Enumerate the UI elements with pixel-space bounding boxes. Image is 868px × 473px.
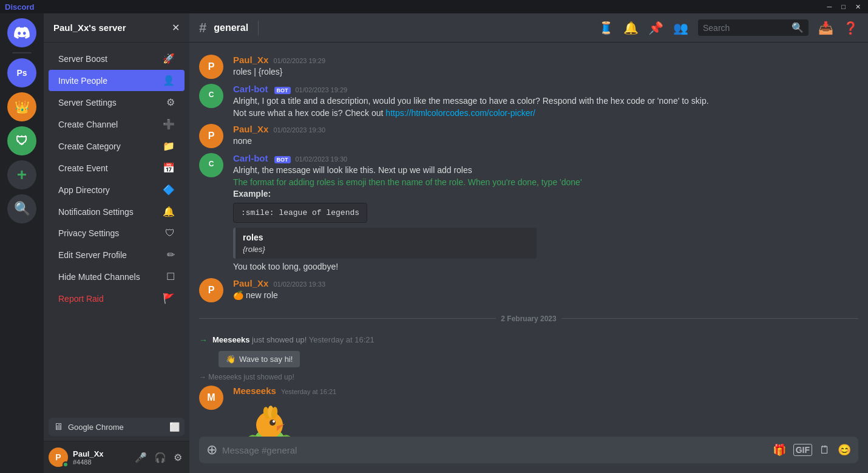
app-directory-icon: 🔷 bbox=[163, 184, 175, 196]
members-icon[interactable]: 👥 bbox=[673, 21, 688, 35]
color-picker-link[interactable]: https://htmlcolorcodes.com/color-picker/ bbox=[385, 108, 535, 118]
menu-item-create-channel[interactable]: Create Channel ➕ bbox=[49, 114, 185, 135]
app-logo: Discord bbox=[5, 2, 34, 12]
svg-point-6 bbox=[270, 420, 276, 426]
message-text-2: Not sure what a hex code is? Check out h… bbox=[233, 107, 858, 120]
search-input[interactable] bbox=[703, 23, 788, 33]
input-actions: 🎁 GIF 🗒 😊 bbox=[773, 443, 851, 457]
server-icon-orange[interactable]: 👑 bbox=[7, 92, 36, 121]
create-category-icon: 📁 bbox=[163, 140, 175, 152]
server-icon-discord[interactable] bbox=[7, 18, 36, 47]
embed-title: roles bbox=[243, 233, 529, 242]
message-avatar: P bbox=[199, 278, 223, 302]
gif-icon[interactable]: GIF bbox=[793, 444, 812, 456]
message-header: Paul_Xx 01/02/2023 19:30 bbox=[233, 124, 858, 134]
message-header: Paul_Xx 01/02/2023 19:33 bbox=[233, 278, 858, 288]
server-icon-green[interactable]: 🛡 bbox=[7, 126, 36, 155]
message-header: Paul_Xx 01/02/2023 19:29 bbox=[233, 55, 858, 65]
system-arrow-icon: → bbox=[199, 335, 208, 345]
messages-container: P Paul_Xx 01/02/2023 19:29 roles | {role… bbox=[189, 43, 868, 437]
menu-item-privacy-settings[interactable]: Privacy Settings 🛡 bbox=[49, 223, 185, 243]
header-actions: 🧵 🔔 📌 👥 🔍 📥 ❓ bbox=[598, 19, 858, 36]
add-file-button[interactable]: ⊕ bbox=[206, 442, 217, 458]
menu-item-notification-settings[interactable]: Notification Settings 🔔 bbox=[49, 201, 185, 222]
message-row: C Carl-bot BOT 01/02/2023 19:30 Alright,… bbox=[189, 151, 868, 275]
menu-item-edit-server-profile[interactable]: Edit Server Profile ✏ bbox=[49, 244, 185, 265]
server-boost-icon: 🚀 bbox=[163, 53, 175, 64]
create-event-icon: 📅 bbox=[163, 162, 175, 174]
menu-item-create-event[interactable]: Create Event 📅 bbox=[49, 157, 185, 179]
message-content: Carl-bot BOT 01/02/2023 19:30 Alright, t… bbox=[233, 153, 858, 273]
embed: roles {roles} bbox=[233, 228, 537, 259]
bot-badge: BOT bbox=[274, 87, 291, 94]
menu-item-label: Create Channel bbox=[58, 120, 118, 129]
server-list: Ps 👑 🛡 + 🔍 bbox=[0, 13, 44, 473]
message-time: 01/02/2023 19:30 bbox=[296, 155, 348, 163]
message-text: Alright, I got a title and a description… bbox=[233, 95, 858, 107]
menu-item-invite-people[interactable]: Invite People 👤 bbox=[49, 70, 185, 91]
embed-footer-text: You took too long, goodbye! bbox=[233, 261, 858, 273]
server-name: Paul_Xx's server bbox=[53, 22, 126, 33]
server-icon-ps[interactable]: Ps bbox=[7, 58, 36, 87]
message-author: Carl-bot bbox=[233, 153, 268, 163]
wave-button[interactable]: 👋 Wave to say hi! bbox=[219, 351, 300, 367]
close-server-header-icon[interactable]: ✕ bbox=[172, 22, 180, 33]
message-avatar: C bbox=[199, 84, 223, 108]
system-message-text: Meeseeks just showed up! Yesterday at 16… bbox=[212, 335, 375, 344]
user-actions: 🎤 🎧 ⚙ bbox=[132, 449, 185, 466]
mute-button[interactable]: 🎤 bbox=[132, 449, 149, 466]
hide-muted-icon: ☐ bbox=[166, 271, 175, 282]
message-content: Paul_Xx 01/02/2023 19:30 none bbox=[233, 124, 858, 148]
bird-image bbox=[233, 400, 858, 437]
titlebar-left: Discord bbox=[5, 2, 34, 12]
sticker-icon[interactable]: 🗒 bbox=[819, 444, 830, 457]
message-input[interactable] bbox=[222, 439, 768, 461]
wave-emoji: 👋 bbox=[226, 355, 236, 364]
close-button[interactable]: ✕ bbox=[853, 3, 863, 11]
pin-icon[interactable]: 📌 bbox=[648, 21, 663, 35]
message-avatar: P bbox=[199, 55, 223, 79]
user-settings-button[interactable]: ⚙ bbox=[171, 449, 185, 466]
user-name: Paul_Xx bbox=[73, 449, 127, 458]
menu-item-label: Notification Settings bbox=[58, 207, 134, 217]
message-time: 01/02/2023 19:33 bbox=[273, 281, 325, 288]
deafen-button[interactable]: 🎧 bbox=[152, 449, 169, 466]
message-text-example-label: Example: bbox=[233, 188, 858, 200]
inbox-icon[interactable]: 📥 bbox=[818, 21, 833, 35]
screen-share-item[interactable]: 🖥 Google Chrome ⬜ bbox=[49, 418, 185, 436]
menu-item-app-directory[interactable]: App Directory 🔷 bbox=[49, 179, 185, 200]
menu-item-report-raid[interactable]: Report Raid 🚩 bbox=[49, 288, 185, 309]
help-icon[interactable]: ❓ bbox=[843, 21, 858, 35]
channel-sidebar: Paul_Xx's server ✕ Server Boost 🚀 Invite… bbox=[44, 13, 189, 473]
menu-item-server-settings[interactable]: Server Settings ⚙ bbox=[49, 92, 185, 113]
date-divider: 2 February 2023 bbox=[199, 315, 858, 323]
menu-item-create-category[interactable]: Create Category 📁 bbox=[49, 135, 185, 157]
code-block: :smile: league of legends bbox=[233, 203, 367, 223]
menu-item-label: Report Raid bbox=[58, 294, 104, 304]
screen-share-name: Google Chrome bbox=[68, 423, 169, 432]
system-user-name: Meeseeks bbox=[212, 335, 249, 344]
titlebar: Discord ─ □ ✕ bbox=[0, 0, 868, 13]
minimize-button[interactable]: ─ bbox=[825, 3, 835, 11]
context-menu: Server Boost 🚀 Invite People 👤 Server Se… bbox=[44, 43, 189, 413]
screen-share-action-icon[interactable]: ⬜ bbox=[169, 422, 180, 432]
search-icon: 🔍 bbox=[792, 22, 804, 33]
menu-item-hide-muted-channels[interactable]: Hide Muted Channels ☐ bbox=[49, 266, 185, 287]
bell-icon[interactable]: 🔔 bbox=[623, 21, 639, 35]
menu-item-label: Invite People bbox=[58, 76, 107, 86]
server-header[interactable]: Paul_Xx's server ✕ bbox=[44, 13, 189, 43]
add-server-button[interactable]: + bbox=[7, 160, 36, 189]
message-header: Carl-bot BOT 01/02/2023 19:29 bbox=[233, 84, 858, 94]
gift-icon[interactable]: 🎁 bbox=[773, 443, 786, 457]
menu-item-server-boost[interactable]: Server Boost 🚀 bbox=[49, 48, 185, 69]
message-text: roles | {roles} bbox=[233, 66, 858, 78]
maximize-button[interactable]: □ bbox=[839, 3, 848, 11]
screen-share-panel: 🖥 Google Chrome ⬜ bbox=[44, 413, 189, 441]
emoji-icon[interactable]: 😊 bbox=[838, 443, 851, 457]
hash-icon[interactable]: 🧵 bbox=[598, 21, 614, 35]
message-header: Meeseeks Yesterday at 16:21 bbox=[233, 386, 858, 396]
message-content: Paul_Xx 01/02/2023 19:33 🍊 new role bbox=[233, 278, 858, 302]
search-box[interactable]: 🔍 bbox=[698, 19, 809, 36]
notification-settings-icon: 🔔 bbox=[163, 206, 175, 217]
explore-servers-button[interactable]: 🔍 bbox=[7, 194, 36, 223]
